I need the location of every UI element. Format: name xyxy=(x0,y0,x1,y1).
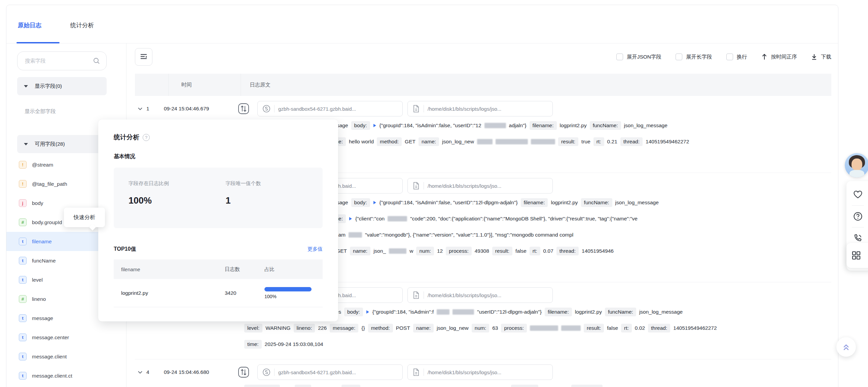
shown-fields-section-header[interactable]: 显示字段(0) xyxy=(17,77,107,95)
log-field-key[interactable]: rt: xyxy=(530,247,540,256)
field-type-badge: t xyxy=(19,314,27,322)
log-field-key[interactable]: level: xyxy=(244,324,262,332)
assistant-avatar[interactable] xyxy=(845,153,868,177)
field-type-badge: t xyxy=(19,333,27,341)
log-field-key[interactable]: rt: xyxy=(593,137,604,146)
field-type-badge: t xyxy=(19,276,27,284)
log-field-key[interactable]: name: xyxy=(413,324,434,332)
log-field-value: {"groupId":184, "isAdmin":f xyxy=(372,309,434,315)
log-path-box[interactable]: /home/disk1/bls/scripts/logs/jso... xyxy=(407,364,553,380)
log-field-key[interactable]: URI: xyxy=(295,385,311,387)
json-expand-arrow-icon[interactable] xyxy=(366,310,369,314)
log-path-box[interactable]: /home/disk1/bls/scripts/logs/jso... xyxy=(407,288,553,303)
log-field-key[interactable]: method: xyxy=(368,324,393,332)
log-source-box[interactable]: gzbh-sandbox54-6271.gzbh.baid... xyxy=(257,364,403,380)
log-field-key[interactable]: result: xyxy=(558,137,578,146)
field-item-message-client[interactable]: tmessage.client xyxy=(6,347,126,366)
log-field-key[interactable]: filename: xyxy=(511,385,538,387)
field-label: @stream xyxy=(32,162,53,168)
log-field-key[interactable]: ReturnCode: xyxy=(244,385,280,387)
log-field-key[interactable]: lineno: xyxy=(294,324,315,332)
back-to-top-button[interactable] xyxy=(836,337,856,357)
log-field-value: adjaln"} xyxy=(509,122,527,128)
divider xyxy=(274,368,275,376)
more-values-link[interactable]: 更多值 xyxy=(308,246,323,252)
log-field-key[interactable]: filename: xyxy=(545,307,572,316)
log-field-key[interactable]: body: xyxy=(341,385,360,387)
search-input[interactable]: 搜索字段 xyxy=(17,52,107,70)
checkbox-icon[interactable] xyxy=(726,54,733,60)
log-field-key[interactable]: message: xyxy=(330,324,358,332)
log-field-key[interactable]: process: xyxy=(501,324,527,332)
checkbox-icon[interactable] xyxy=(676,54,682,60)
log-field-key[interactable]: num: xyxy=(472,324,489,332)
log-field-key[interactable]: funcName: xyxy=(605,307,636,316)
divider xyxy=(424,182,424,189)
expand-json-checkbox[interactable]: 展开JSON字段 xyxy=(616,54,661,61)
log-field-key[interactable]: time: xyxy=(244,340,262,349)
log-field-key[interactable]: thread: xyxy=(556,247,579,256)
log-field-key[interactable]: thread: xyxy=(648,324,670,332)
log-row-4: 409-24 15:04:46.680gzbh-sandbox54-6271.g… xyxy=(135,359,831,387)
log-path-box[interactable]: /home/disk1/bls/scripts/logs/jso... xyxy=(407,101,553,116)
context-view-icon[interactable] xyxy=(238,103,249,114)
divider xyxy=(274,105,275,112)
log-field-key[interactable]: filename: xyxy=(530,121,557,130)
favorite-heart-button[interactable] xyxy=(851,187,865,202)
log-field-key[interactable]: thread: xyxy=(620,137,643,146)
json-expand-arrow-icon[interactable] xyxy=(349,217,352,220)
file-icon xyxy=(412,368,420,376)
log-field-value: json_log_message xyxy=(639,309,683,315)
phone-icon xyxy=(853,234,863,243)
log-field-key[interactable]: name: xyxy=(350,247,370,256)
download-button[interactable]: 下载 xyxy=(811,54,831,61)
context-view-icon[interactable] xyxy=(238,366,249,378)
expand-long-checkbox[interactable]: 展开长字段 xyxy=(676,54,712,61)
log-field-value: false xyxy=(516,248,527,254)
tab-raw-logs[interactable]: 原始日志 xyxy=(18,21,41,29)
log-field-key[interactable]: process: xyxy=(446,247,472,256)
available-fields-section-header[interactable]: 可用字段(28) xyxy=(17,135,107,153)
log-field-key[interactable]: result: xyxy=(584,324,604,332)
field-item-message-client-ct[interactable]: tmessage.client.ct xyxy=(6,366,126,385)
divider xyxy=(424,105,424,112)
log-source-box[interactable]: gzbh-sandbox54-6271.gzbh.baid... xyxy=(257,101,403,116)
log-field-key[interactable]: body: xyxy=(351,121,370,130)
log-field-value: logprint2.py xyxy=(575,309,602,315)
log-field-key[interactable]: funcName: xyxy=(590,121,621,130)
field-item-message-center[interactable]: tmessage.center xyxy=(6,328,126,347)
help-button[interactable] xyxy=(851,209,865,224)
log-field-key[interactable]: num: xyxy=(416,247,434,256)
row-expand-chevron-icon[interactable] xyxy=(137,107,143,110)
log-field-value: json_log_new xyxy=(437,325,469,331)
log-field-key[interactable]: body: xyxy=(344,307,363,316)
log-row-header: 409-24 15:04:46.680gzbh-sandbox54-6271.g… xyxy=(135,364,831,380)
help-circle-icon[interactable]: ? xyxy=(143,134,150,141)
apps-grid-button[interactable] xyxy=(846,243,868,268)
json-expand-arrow-icon[interactable] xyxy=(373,201,376,204)
log-field-key[interactable]: funcName: xyxy=(581,198,612,207)
log-field-key[interactable]: name: xyxy=(418,137,439,146)
redacted-text xyxy=(389,248,406,254)
log-field-key[interactable]: body: xyxy=(351,198,370,207)
json-expand-arrow-icon[interactable] xyxy=(373,124,376,127)
log-field-key[interactable]: funcName: xyxy=(571,385,602,387)
tab-statistics[interactable]: 统计分析 xyxy=(70,21,94,29)
field-label: body xyxy=(32,200,43,206)
log-field-key[interactable]: filename: xyxy=(521,198,548,207)
sort-by-time-button[interactable]: 按时间正序 xyxy=(761,54,797,61)
log-field-key[interactable]: result: xyxy=(492,247,513,256)
top-value-row[interactable]: logprint2.py 3420 100% xyxy=(114,279,323,307)
log-path-box[interactable]: /home/disk1/bls/scripts/logs/jso... xyxy=(407,178,553,194)
log-field-key[interactable]: rt: xyxy=(621,324,632,332)
layout-collapse-button[interactable] xyxy=(135,48,152,66)
log-row-index: 1 xyxy=(146,106,152,112)
log-field-key[interactable]: method: xyxy=(377,137,402,146)
row-expand-chevron-icon[interactable] xyxy=(137,370,143,374)
wrap-checkbox[interactable]: 换行 xyxy=(726,54,747,61)
log-field-value: 226 xyxy=(318,325,327,331)
redacted-text xyxy=(453,309,474,315)
show-all-fields-label[interactable]: 显示全部字段 xyxy=(25,108,56,115)
checkbox-icon[interactable] xyxy=(616,54,623,60)
field-label: funcName xyxy=(32,258,56,264)
